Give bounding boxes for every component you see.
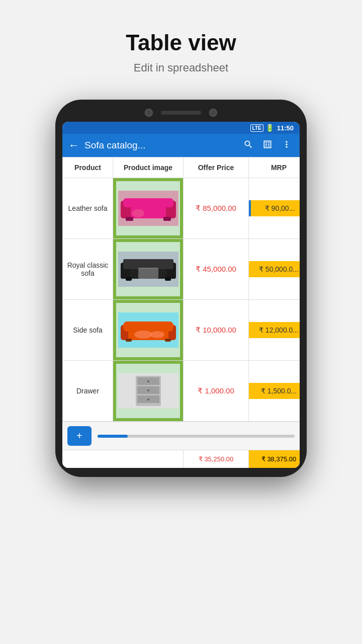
status-time: 11:50 bbox=[277, 124, 294, 132]
offer-price-cell[interactable]: ₹ 1,000.00 bbox=[184, 361, 249, 422]
status-icons: LTE 🔋 bbox=[250, 124, 274, 132]
product-name: Drawer bbox=[63, 381, 113, 401]
svg-rect-13 bbox=[126, 277, 132, 281]
product-image-drawer bbox=[116, 364, 180, 418]
lte-badge: LTE bbox=[250, 124, 263, 132]
svg-rect-5 bbox=[126, 217, 133, 221]
product-name: Leather sofa bbox=[63, 198, 113, 218]
svg-rect-6 bbox=[163, 217, 171, 221]
product-image-leather bbox=[116, 181, 180, 235]
footer-total-offer-price: ₹ 35,250.00 bbox=[183, 450, 248, 468]
offer-price-cell[interactable]: ₹ 10,000.00 bbox=[184, 300, 249, 361]
product-image-side bbox=[116, 303, 180, 357]
horizontal-scrollbar[interactable] bbox=[98, 435, 295, 438]
speaker bbox=[161, 111, 201, 115]
footer-totals-row: ₹ 35,250.00 ₹ 38,375.00 bbox=[62, 450, 300, 468]
svg-rect-22 bbox=[165, 339, 171, 342]
back-button[interactable]: ← bbox=[68, 139, 79, 152]
phone-top-bar bbox=[62, 109, 300, 117]
product-name: Royal classic sofa bbox=[63, 255, 113, 283]
product-image-cell[interactable] bbox=[113, 361, 184, 422]
page-title: Table view bbox=[126, 30, 236, 55]
product-image-cell[interactable] bbox=[113, 178, 184, 239]
status-bar: LTE 🔋 11:50 bbox=[62, 122, 300, 134]
svg-point-31 bbox=[147, 389, 149, 391]
offer-price: ₹ 10,000.00 bbox=[184, 321, 248, 339]
product-image-cell[interactable] bbox=[113, 300, 184, 361]
add-row-button[interactable]: + bbox=[67, 426, 92, 446]
svg-point-23 bbox=[134, 331, 152, 339]
mrp-value: ₹ 50,000.0... bbox=[249, 261, 300, 277]
mrp-value: ₹ 1,500.0... bbox=[249, 383, 300, 399]
more-vert-icon[interactable] bbox=[280, 139, 294, 152]
mrp-cell[interactable]: ₹ 1,500.0... bbox=[249, 361, 300, 422]
toolbar-title: Sofa catalog... bbox=[84, 140, 236, 151]
mrp-cell[interactable]: ₹ 50,000.0... bbox=[249, 239, 300, 300]
header-image: Product image bbox=[113, 157, 184, 178]
app-toolbar: ← Sofa catalog... bbox=[62, 134, 300, 157]
product-image-cell[interactable] bbox=[113, 239, 184, 300]
svg-rect-15 bbox=[138, 268, 158, 279]
scroll-thumb bbox=[98, 435, 128, 438]
table-row: Drawer bbox=[63, 361, 300, 422]
camera bbox=[145, 109, 153, 117]
product-image-royal bbox=[116, 242, 180, 296]
search-icon[interactable] bbox=[241, 139, 255, 152]
bottom-bar: + bbox=[62, 422, 300, 450]
phone-screen: LTE 🔋 11:50 ← Sofa catalog... bbox=[62, 122, 300, 468]
svg-rect-21 bbox=[126, 339, 132, 342]
mrp-cell[interactable]: ₹ 12,000.0... bbox=[249, 300, 300, 361]
table-header-row: Product Product image Offer Price MRP bbox=[63, 157, 300, 178]
mrp-cell[interactable]: ₹ 90,00... bbox=[249, 178, 300, 239]
phone-shell: LTE 🔋 11:50 ← Sofa catalog... bbox=[55, 100, 307, 477]
header-product: Product bbox=[63, 157, 113, 178]
table-view-icon[interactable] bbox=[260, 139, 275, 152]
offer-price: ₹ 45,000.00 bbox=[184, 261, 248, 278]
product-name-cell[interactable]: Side sofa bbox=[63, 300, 113, 361]
offer-price-cell[interactable]: ₹ 85,000.00 bbox=[184, 178, 249, 239]
svg-point-24 bbox=[150, 331, 164, 338]
svg-rect-4 bbox=[123, 198, 173, 207]
battery-icon: 🔋 bbox=[265, 124, 274, 132]
product-name: Side sofa bbox=[63, 320, 113, 340]
svg-point-30 bbox=[147, 380, 149, 382]
footer-empty bbox=[62, 450, 183, 468]
table-row: Leather sofa bbox=[63, 178, 300, 239]
svg-rect-20 bbox=[123, 321, 173, 332]
mrp-value: ₹ 12,000.0... bbox=[249, 322, 300, 338]
offer-price-cell[interactable]: ₹ 45,000.00 bbox=[184, 239, 249, 300]
mrp-value: ₹ 90,00... bbox=[249, 200, 300, 216]
camera-right bbox=[209, 109, 217, 117]
spreadsheet-table: Product Product image Offer Price MRP Le… bbox=[62, 157, 300, 422]
table-row: Side sofa bbox=[63, 300, 300, 361]
page-subtitle: Edit in spreadsheet bbox=[134, 61, 228, 74]
header-mrp: MRP bbox=[249, 157, 300, 178]
product-name-cell[interactable]: Drawer bbox=[63, 361, 113, 422]
page-wrapper: Table view Edit in spreadsheet LTE 🔋 11:… bbox=[0, 0, 362, 644]
table-row: Royal classic sofa bbox=[63, 239, 300, 300]
offer-price: ₹ 85,000.00 bbox=[184, 200, 248, 217]
product-name-cell[interactable]: Royal classic sofa bbox=[63, 239, 113, 300]
product-table: Product Product image Offer Price MRP Le… bbox=[62, 157, 300, 422]
svg-rect-14 bbox=[165, 277, 171, 281]
offer-price: ₹ 1,000.00 bbox=[184, 382, 248, 399]
header-offer-price: Offer Price bbox=[184, 157, 249, 178]
svg-point-7 bbox=[132, 209, 144, 217]
footer-total-mrp: ₹ 38,375.00 bbox=[248, 450, 300, 468]
svg-point-32 bbox=[147, 398, 149, 400]
product-name-cell[interactable]: Leather sofa bbox=[63, 178, 113, 239]
